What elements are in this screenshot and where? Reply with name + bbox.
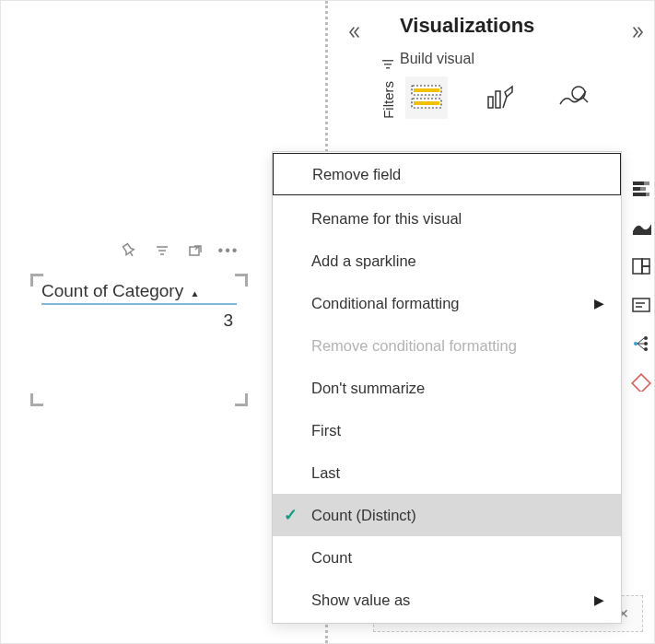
menu-count-distinct[interactable]: ✓ Count (Distinct) [273, 494, 621, 536]
svg-rect-15 [633, 181, 644, 185]
svg-point-33 [644, 347, 648, 351]
svg-rect-34 [632, 374, 650, 392]
resize-handle-bl[interactable] [30, 393, 43, 406]
viz-type-ribbon-icon[interactable] [630, 217, 652, 239]
menu-rename-for-this-visual[interactable]: Rename for this visual [273, 197, 621, 240]
filters-label: Filters [380, 81, 396, 119]
cell-value: 3 [41, 305, 237, 331]
resize-handle-tl[interactable] [30, 274, 43, 287]
field-context-menu: Remove field Rename for this visual Add … [272, 151, 622, 624]
menu-item-label: Count (Distinct) [311, 507, 416, 524]
svg-rect-17 [633, 187, 640, 191]
menu-item-label: Rename for this visual [311, 210, 462, 228]
visualization-type-strip [628, 172, 654, 393]
viz-type-decomposition-icon[interactable] [630, 333, 652, 355]
visual-toolbar: ••• [119, 240, 239, 261]
svg-line-10 [583, 98, 588, 102]
viz-type-custom-icon[interactable] [630, 371, 652, 393]
svg-line-28 [637, 338, 644, 344]
menu-item-label: Add a sparkline [311, 252, 416, 270]
visualizations-panel: Visualizations Build visual [400, 14, 628, 119]
menu-remove-field[interactable]: Remove field [273, 153, 621, 195]
menu-add-a-sparkline[interactable]: Add a sparkline [273, 240, 621, 282]
pin-icon[interactable] [119, 240, 139, 261]
visual-inner: Count of Category ▲ 3 [32, 275, 246, 338]
panel-title: Visualizations [400, 14, 628, 38]
submenu-arrow-icon: ▶ [594, 592, 604, 607]
svg-rect-16 [644, 181, 649, 185]
focus-mode-icon[interactable] [185, 240, 205, 261]
menu-show-value-as[interactable]: Show value as ▶ [273, 579, 621, 621]
collapse-left-chevron-icon[interactable] [344, 21, 366, 43]
menu-item-label: Count [311, 549, 352, 567]
svg-rect-8 [496, 91, 500, 108]
app-root: Filters Visualizations Build visual [0, 0, 655, 644]
tab-build-visual-icon[interactable] [405, 76, 448, 119]
menu-first[interactable]: First [273, 409, 621, 451]
svg-rect-2 [386, 67, 390, 69]
menu-item-label: Don't summarize [311, 380, 425, 397]
filter-icon[interactable] [152, 240, 172, 261]
menu-item-label: Show value as [311, 591, 410, 609]
menu-item-label: Conditional formatting [311, 295, 460, 312]
sort-ascending-icon: ▲ [190, 288, 199, 299]
panel-subtitle: Build visual [400, 51, 628, 67]
menu-remove-conditional-formatting: Remove conditional formatting [273, 324, 621, 367]
viz-type-stacked-bar-icon[interactable] [630, 178, 652, 200]
svg-rect-0 [382, 60, 393, 62]
svg-rect-4 [414, 88, 439, 92]
svg-rect-7 [488, 97, 493, 108]
menu-last[interactable]: Last [273, 451, 621, 494]
column-header-text: Count of Category [41, 281, 183, 300]
svg-point-32 [644, 342, 648, 345]
menu-item-label: Remove field [312, 166, 401, 183]
filters-pane-collapsed[interactable]: Filters [377, 58, 399, 119]
svg-point-9 [572, 87, 585, 100]
menu-count[interactable]: Count [273, 536, 621, 579]
svg-rect-23 [642, 266, 649, 274]
svg-rect-6 [414, 101, 439, 105]
svg-rect-1 [384, 64, 392, 65]
svg-rect-24 [633, 299, 649, 311]
svg-point-31 [644, 336, 648, 340]
tab-analytics-icon[interactable] [553, 76, 595, 119]
table-visual[interactable]: Count of Category ▲ 3 [32, 275, 246, 404]
menu-conditional-formatting[interactable]: Conditional formatting ▶ [273, 282, 621, 324]
checkmark-icon: ✓ [284, 505, 298, 525]
filter-icon [381, 58, 394, 74]
svg-rect-19 [633, 193, 646, 196]
tab-format-visual-icon[interactable] [479, 76, 521, 119]
menu-dont-summarize[interactable]: Don't summarize [273, 367, 621, 409]
svg-rect-20 [646, 193, 649, 196]
resize-handle-br[interactable] [235, 393, 248, 406]
svg-point-27 [634, 342, 637, 345]
viz-type-treemap-icon[interactable] [630, 255, 652, 277]
menu-item-label: Last [311, 464, 340, 482]
panel-tabs [400, 76, 628, 119]
menu-item-label: Remove conditional formatting [311, 337, 517, 355]
svg-rect-18 [640, 187, 646, 191]
submenu-arrow-icon: ▶ [594, 296, 604, 310]
menu-item-label: First [311, 422, 341, 439]
viz-type-card-icon[interactable] [630, 294, 652, 316]
resize-handle-tr[interactable] [235, 274, 248, 287]
svg-rect-21 [633, 259, 642, 274]
more-options-icon[interactable]: ••• [218, 240, 239, 261]
column-header[interactable]: Count of Category ▲ [41, 281, 237, 305]
collapse-right-chevron-icon[interactable] [626, 21, 649, 43]
svg-line-30 [637, 344, 644, 349]
svg-rect-22 [642, 259, 649, 266]
